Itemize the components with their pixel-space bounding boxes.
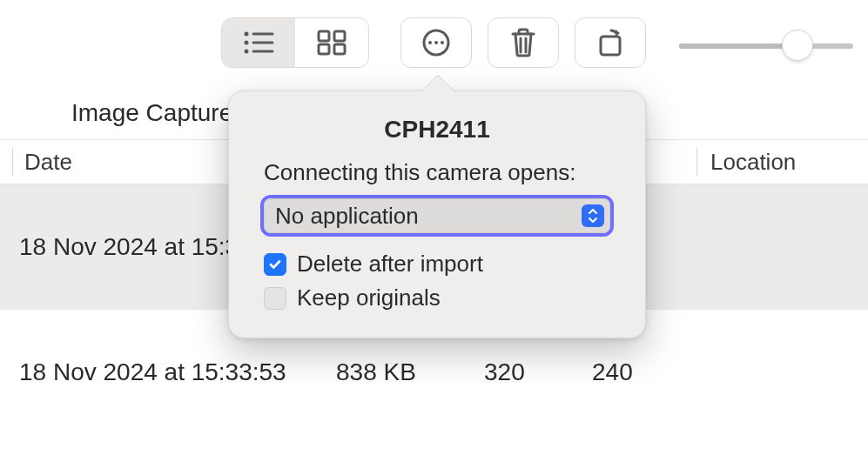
svg-rect-8	[319, 44, 329, 54]
list-icon	[241, 30, 276, 56]
application-select[interactable]: No application	[264, 198, 610, 233]
delete-after-import-checkbox[interactable]	[264, 253, 286, 276]
column-header-location[interactable]: Location	[710, 149, 796, 176]
svg-point-0	[245, 32, 249, 37]
delete-button[interactable]	[488, 17, 559, 68]
keep-originals-row: Keep originals	[264, 284, 645, 311]
toolbar	[0, 0, 868, 87]
slider-thumb[interactable]	[782, 30, 813, 61]
cell-width: 320	[484, 358, 525, 386]
rotate-button[interactable]	[575, 17, 646, 68]
svg-rect-7	[334, 31, 345, 41]
grid-icon	[317, 30, 347, 56]
list-view-button[interactable]	[222, 18, 295, 67]
slider-track	[679, 43, 853, 49]
trash-icon	[509, 27, 537, 58]
column-header-date[interactable]: Date	[24, 149, 72, 176]
more-options-button[interactable]	[400, 17, 472, 68]
updown-caret-icon	[582, 204, 604, 227]
rotate-icon	[595, 28, 626, 57]
view-mode-group	[221, 17, 369, 68]
application-select-wrap: No application	[260, 195, 614, 237]
keep-originals-checkbox[interactable]	[264, 287, 286, 310]
svg-point-11	[428, 41, 432, 44]
keep-originals-label: Keep originals	[297, 284, 441, 311]
connecting-opens-label: Connecting this camera opens:	[264, 159, 645, 186]
svg-rect-6	[319, 31, 329, 41]
delete-after-import-label: Delete after import	[297, 251, 483, 278]
more-icon	[421, 28, 451, 57]
svg-rect-9	[334, 44, 345, 54]
app-title: Image Capture	[71, 99, 232, 127]
popover-title: CPH2411	[229, 116, 645, 144]
cell-height: 240	[592, 358, 633, 386]
svg-rect-16	[601, 37, 620, 55]
thumbnail-size-slider[interactable]	[679, 38, 853, 56]
svg-point-12	[434, 41, 438, 44]
grid-view-button[interactable]	[295, 18, 368, 67]
svg-point-2	[245, 41, 249, 45]
delete-after-import-row: Delete after import	[264, 251, 645, 278]
device-options-popover: CPH2411 Connecting this camera opens: No…	[228, 90, 646, 338]
svg-point-4	[245, 50, 249, 54]
application-select-value: No application	[275, 203, 419, 230]
cell-size: 838 KB	[336, 358, 416, 386]
cell-date: 18 Nov 2024 at 15:3	[19, 233, 239, 261]
svg-point-13	[441, 41, 444, 44]
focus-ring: No application	[260, 195, 614, 237]
cell-date: 18 Nov 2024 at 15:33:53	[19, 358, 286, 386]
